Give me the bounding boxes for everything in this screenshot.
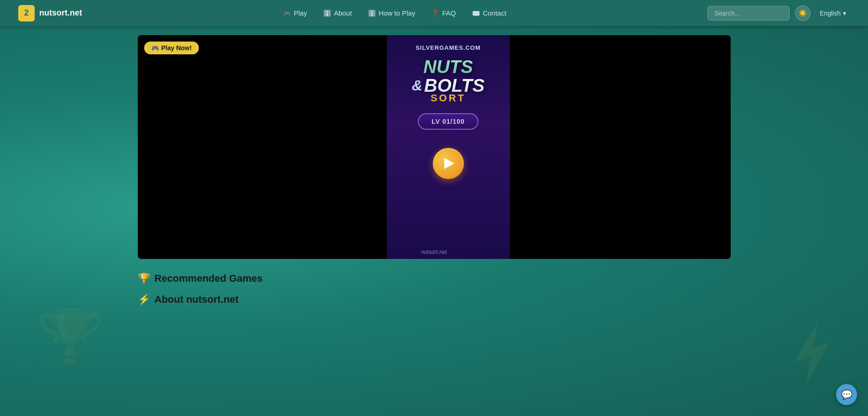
- game-frame-left: [138, 35, 387, 259]
- about-section: ⚡ About nutsort.net: [138, 294, 731, 305]
- language-selector[interactable]: English ▾: [816, 7, 850, 19]
- game-logo: NUTS & BOLTS SORT: [412, 57, 485, 104]
- silvergames-label: SILVERGAMES.COM: [416, 44, 481, 51]
- contact-nav-icon: ✉️: [472, 10, 480, 17]
- trophy-icon: 🏆: [138, 273, 150, 284]
- game-frame-center: SILVERGAMES.COM NUTS & BOLTS SORT LV 01/…: [387, 35, 510, 259]
- level-badge: LV 01/100: [418, 113, 478, 130]
- chat-button[interactable]: 💬: [836, 384, 857, 405]
- bg-bolt-decoration: ⚡: [776, 317, 848, 388]
- chat-icon: 💬: [841, 389, 852, 400]
- search-input[interactable]: [707, 6, 790, 21]
- game-container: 🎮 Play Now! SILVERGAMES.COM NUTS & BOLTS…: [138, 35, 731, 259]
- chevron-down-icon: ▾: [843, 10, 846, 17]
- play-now-label: Play Now!: [161, 44, 192, 52]
- main-nav: 🎮 Play ℹ️ About ℹ️ How to Play ❓ FAQ ✉️ …: [100, 6, 689, 20]
- game-frame-right: [510, 35, 731, 259]
- nuts-text: NUTS: [423, 57, 473, 77]
- logo-icon: 2: [18, 5, 35, 21]
- site-name: nutsort.net: [39, 8, 82, 18]
- nav-faq[interactable]: ❓ FAQ: [425, 6, 462, 20]
- faq-nav-icon: ❓: [431, 10, 439, 17]
- header-right: ☀️ English ▾: [707, 5, 850, 21]
- about-heading: ⚡ About nutsort.net: [138, 294, 731, 305]
- bolt-icon: ⚡: [138, 294, 150, 305]
- game-play-button[interactable]: [433, 148, 464, 179]
- about-title: About nutsort.net: [155, 294, 239, 305]
- nav-about[interactable]: ℹ️ About: [317, 6, 358, 20]
- nav-contact[interactable]: ✉️ Contact: [466, 6, 513, 20]
- site-logo[interactable]: 2 nutsort.net: [18, 5, 82, 21]
- theme-toggle-button[interactable]: ☀️: [795, 5, 811, 21]
- recommended-games-heading: 🏆 Recommended Games: [138, 273, 731, 284]
- how-to-play-nav-icon: ℹ️: [368, 10, 376, 17]
- play-nav-icon: 🎮: [283, 10, 291, 17]
- recommended-games-title: Recommended Games: [155, 273, 263, 284]
- ampersand-text: &: [412, 77, 422, 94]
- nav-play[interactable]: 🎮 Play: [277, 6, 313, 20]
- about-nav-icon: ℹ️: [323, 10, 331, 17]
- play-now-badge[interactable]: 🎮 Play Now!: [144, 42, 199, 54]
- play-badge-icon: 🎮: [151, 45, 159, 52]
- language-label: English: [820, 10, 841, 17]
- game-footer: nutsort.net: [421, 249, 447, 255]
- bg-trophy-decoration: 🏆: [36, 306, 105, 370]
- bolts-text: BOLTS: [424, 75, 485, 96]
- nav-how-to-play[interactable]: ℹ️ How to Play: [362, 6, 421, 20]
